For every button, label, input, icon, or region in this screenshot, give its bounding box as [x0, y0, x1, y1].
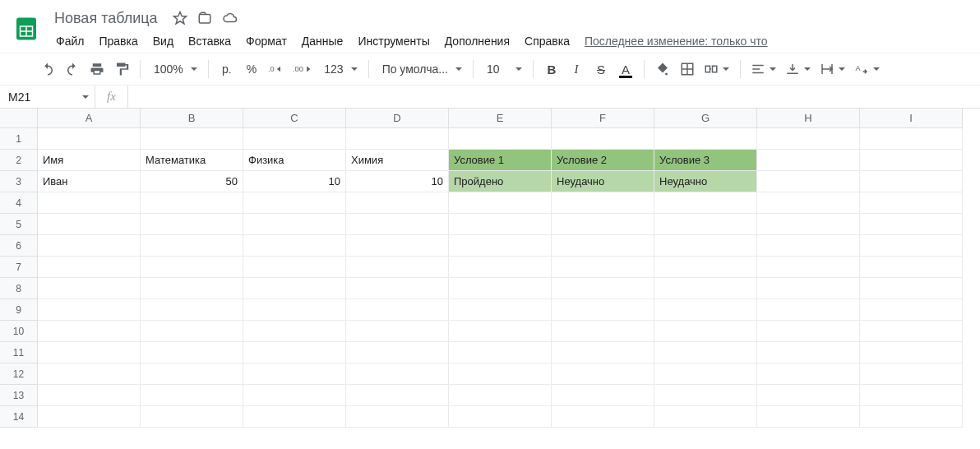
cell[interactable] [757, 192, 860, 214]
cell[interactable] [860, 257, 963, 278]
cell[interactable] [141, 406, 243, 428]
cell[interactable] [346, 214, 449, 235]
cell[interactable] [243, 342, 346, 363]
cell[interactable] [757, 278, 860, 299]
cell[interactable] [141, 321, 243, 342]
cell[interactable] [654, 235, 757, 257]
percent-button[interactable]: % [240, 58, 263, 81]
cell[interactable] [860, 171, 963, 192]
cell[interactable] [38, 214, 141, 235]
cell[interactable] [449, 128, 552, 150]
cell[interactable]: 10 [243, 171, 346, 192]
cell[interactable] [860, 278, 963, 299]
cell[interactable] [38, 385, 141, 406]
row-header[interactable]: 7 [0, 257, 38, 278]
row-header[interactable]: 2 [0, 150, 38, 171]
menu-edit[interactable]: Правка [92, 31, 144, 51]
cell[interactable] [243, 385, 346, 406]
cell[interactable] [38, 257, 141, 278]
menu-tools[interactable]: Инструменты [351, 31, 436, 51]
column-header[interactable]: F [552, 109, 654, 128]
cell[interactable] [654, 257, 757, 278]
cell[interactable] [243, 321, 346, 342]
cell[interactable] [654, 278, 757, 299]
name-box[interactable]: M21 [0, 86, 95, 108]
borders-button[interactable] [676, 58, 699, 81]
cell[interactable] [243, 192, 346, 214]
column-header[interactable]: H [757, 109, 860, 128]
merge-cells-button[interactable] [700, 58, 733, 81]
cell[interactable] [552, 363, 654, 385]
cell[interactable] [860, 342, 963, 363]
decrease-decimal-button[interactable]: .0 [265, 58, 288, 81]
text-wrap-button[interactable] [816, 58, 849, 81]
cell[interactable] [860, 299, 963, 321]
cell[interactable] [757, 150, 860, 171]
row-header[interactable]: 1 [0, 128, 38, 150]
cell[interactable] [38, 406, 141, 428]
italic-button[interactable]: I [565, 58, 588, 81]
fill-color-button[interactable] [651, 58, 674, 81]
bold-button[interactable]: B [540, 58, 563, 81]
cell[interactable] [243, 214, 346, 235]
move-icon[interactable] [197, 11, 212, 25]
vertical-align-button[interactable] [782, 58, 815, 81]
cell[interactable] [243, 128, 346, 150]
column-header[interactable]: A [38, 109, 141, 128]
formula-input[interactable] [128, 86, 980, 108]
cell[interactable] [141, 385, 243, 406]
cell[interactable] [38, 192, 141, 214]
menu-file[interactable]: Файл [49, 31, 90, 51]
cell[interactable] [38, 278, 141, 299]
cell[interactable] [860, 235, 963, 257]
cell[interactable] [552, 278, 654, 299]
cell[interactable] [346, 192, 449, 214]
cell[interactable] [449, 214, 552, 235]
cell[interactable]: 10 [346, 171, 449, 192]
cell[interactable]: Имя [38, 150, 141, 171]
select-all-corner[interactable] [0, 109, 38, 128]
cell[interactable] [860, 214, 963, 235]
cell[interactable] [141, 363, 243, 385]
menu-format[interactable]: Формат [239, 31, 294, 51]
menu-data[interactable]: Данные [295, 31, 350, 51]
sheets-logo[interactable] [10, 7, 43, 51]
cell[interactable] [141, 342, 243, 363]
cell[interactable] [757, 321, 860, 342]
cell[interactable] [757, 128, 860, 150]
menu-help[interactable]: Справка [518, 31, 576, 51]
redo-button[interactable] [61, 58, 84, 81]
cell[interactable] [38, 128, 141, 150]
cell[interactable] [346, 342, 449, 363]
cell[interactable] [38, 235, 141, 257]
cell[interactable] [141, 257, 243, 278]
cell[interactable] [141, 278, 243, 299]
menu-insert[interactable]: Вставка [182, 31, 238, 51]
cell[interactable] [38, 299, 141, 321]
horizontal-align-button[interactable] [747, 58, 780, 81]
cell[interactable] [141, 235, 243, 257]
cell[interactable] [449, 299, 552, 321]
cell[interactable] [757, 171, 860, 192]
cell[interactable] [243, 257, 346, 278]
cell[interactable] [346, 235, 449, 257]
cell[interactable] [243, 278, 346, 299]
cell[interactable] [346, 406, 449, 428]
cell[interactable] [346, 363, 449, 385]
cell[interactable] [449, 278, 552, 299]
cell[interactable] [141, 128, 243, 150]
cell[interactable] [757, 363, 860, 385]
cell[interactable]: Условие 2 [552, 150, 654, 171]
cell[interactable]: Неудачно [552, 171, 654, 192]
cell[interactable] [757, 342, 860, 363]
cell[interactable] [552, 192, 654, 214]
cell[interactable] [243, 235, 346, 257]
cell[interactable]: Условие 1 [449, 150, 552, 171]
cell[interactable] [654, 192, 757, 214]
strikethrough-button[interactable]: S [589, 58, 612, 81]
cell[interactable] [243, 406, 346, 428]
cell[interactable] [654, 406, 757, 428]
cell[interactable] [860, 321, 963, 342]
cell[interactable]: Химия [346, 150, 449, 171]
cell[interactable] [552, 385, 654, 406]
